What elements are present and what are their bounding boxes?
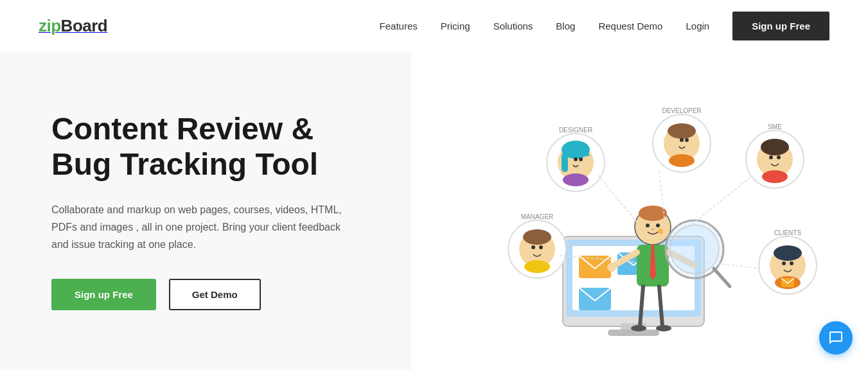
svg-point-15 — [658, 229, 663, 234]
header: zipBoard Features Pricing Solutions Blog… — [0, 0, 868, 51]
svg-rect-31 — [562, 153, 568, 172]
hero-illustration: DESIGNER DEVELOPER — [454, 76, 826, 346]
svg-point-61 — [790, 261, 793, 265]
svg-point-55 — [524, 260, 550, 273]
svg-point-25 — [670, 225, 719, 274]
svg-point-34 — [563, 173, 589, 186]
hero-illustration-panel: DESIGNER DEVELOPER — [411, 51, 868, 370]
svg-point-59 — [774, 245, 802, 261]
svg-point-13 — [656, 224, 660, 227]
svg-point-46 — [769, 155, 773, 159]
svg-point-60 — [782, 261, 786, 265]
svg-text:CLIENTS: CLIENTS — [774, 229, 801, 236]
hero-description: Collaborate and markup on web pages, cou… — [51, 201, 360, 254]
hero-get-demo-button[interactable]: Get Demo — [169, 279, 261, 310]
nav-solutions[interactable]: Solutions — [493, 21, 533, 31]
main-nav: Features Pricing Solutions Blog Request … — [380, 12, 829, 40]
svg-text:SME: SME — [768, 123, 782, 130]
svg-point-53 — [531, 245, 535, 249]
svg-point-22 — [631, 325, 646, 331]
nav-request-demo[interactable]: Request Demo — [598, 21, 662, 31]
logo-board: Board — [61, 16, 108, 35]
svg-point-23 — [656, 325, 671, 331]
svg-point-40 — [685, 138, 689, 142]
svg-point-39 — [680, 138, 684, 142]
hero-signup-button[interactable]: Sign up Free — [51, 279, 156, 310]
svg-point-14 — [651, 228, 655, 231]
svg-text:MANAGER: MANAGER — [520, 213, 553, 220]
hero-cta-buttons: Sign up Free Get Demo — [51, 279, 360, 310]
logo-zip: zip — [39, 16, 61, 35]
svg-point-41 — [669, 154, 695, 167]
svg-point-19 — [607, 263, 616, 272]
chat-widget[interactable] — [819, 321, 853, 355]
svg-text:DEVELOPER: DEVELOPER — [662, 107, 701, 114]
svg-point-45 — [761, 139, 789, 155]
nav-pricing[interactable]: Pricing — [441, 21, 470, 31]
logo[interactable]: zipBoard — [39, 16, 107, 36]
svg-point-32 — [574, 157, 578, 161]
svg-point-12 — [646, 224, 650, 227]
hero-title: Content Review &Bug Tracking Tool — [51, 111, 360, 182]
svg-point-47 — [777, 155, 781, 159]
svg-point-38 — [668, 123, 696, 139]
nav-signup-button[interactable]: Sign up Free — [732, 12, 829, 40]
svg-point-52 — [523, 229, 551, 245]
nav-login[interactable]: Login — [686, 21, 709, 31]
svg-point-54 — [539, 245, 543, 249]
hero-section: Content Review &Bug Tracking Tool Collab… — [0, 51, 868, 370]
svg-point-48 — [762, 170, 788, 183]
nav-blog[interactable]: Blog — [556, 21, 575, 31]
svg-text:DESIGNER: DESIGNER — [558, 127, 592, 134]
hero-left-panel: Content Review &Bug Tracking Tool Collab… — [0, 51, 411, 370]
chat-icon — [828, 330, 844, 346]
nav-features[interactable]: Features — [380, 21, 418, 31]
svg-rect-11 — [639, 211, 667, 217]
svg-point-33 — [579, 157, 583, 161]
